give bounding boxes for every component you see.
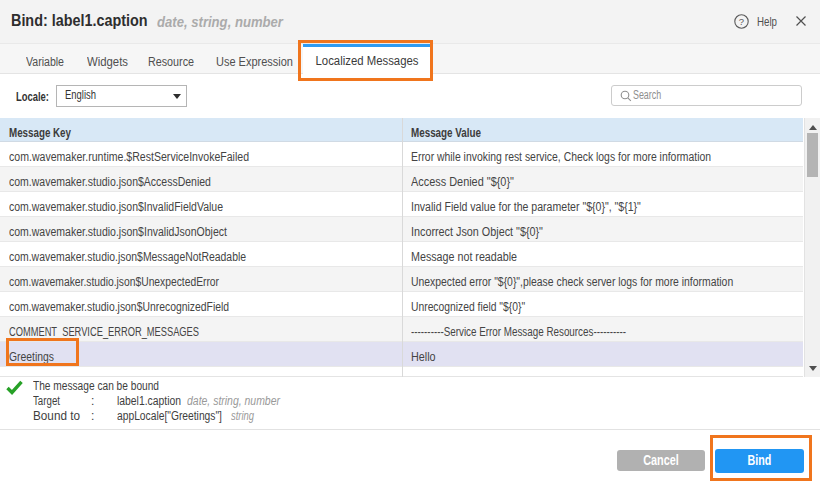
- svg-text:?: ?: [739, 16, 744, 27]
